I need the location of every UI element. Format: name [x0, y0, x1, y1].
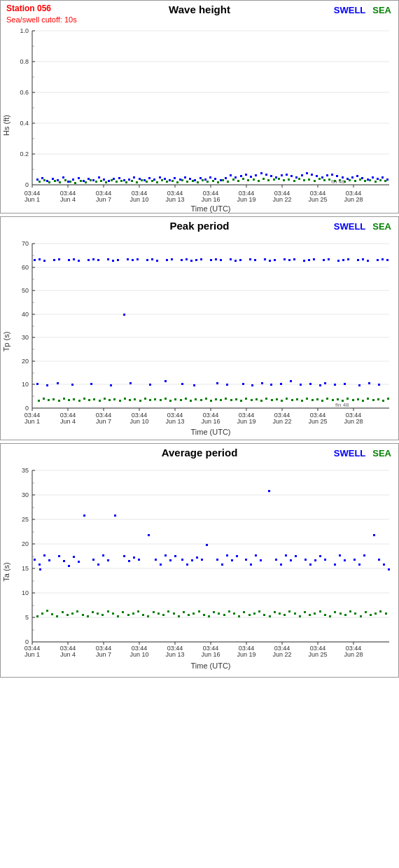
svg-rect-100: [270, 175, 272, 177]
svg-rect-394: [316, 398, 318, 400]
svg-rect-146: [151, 180, 153, 182]
svg-rect-300: [328, 258, 330, 260]
svg-text:20: 20: [22, 358, 29, 365]
svg-rect-543: [87, 615, 89, 617]
svg-rect-169: [267, 179, 270, 181]
svg-rect-352: [104, 398, 106, 400]
svg-rect-308: [382, 258, 384, 260]
svg-rect-348: [83, 398, 85, 400]
svg-rect-134: [90, 179, 92, 181]
svg-rect-503: [216, 559, 218, 561]
svg-rect-542: [82, 614, 84, 616]
svg-rect-474: [48, 559, 50, 561]
svg-text:25: 25: [22, 516, 29, 523]
svg-text:0: 0: [25, 181, 29, 188]
fin48-label-1: fin 48: [331, 178, 345, 185]
svg-rect-257: [43, 260, 46, 262]
svg-rect-340: [43, 398, 45, 400]
svg-rect-498: [186, 564, 188, 566]
svg-text:30: 30: [22, 334, 29, 341]
svg-rect-377: [230, 399, 232, 401]
svg-rect-388: [286, 398, 288, 400]
svg-rect-575: [248, 614, 251, 616]
chart2-title-area: Peak period SWELL SEA: [1, 217, 398, 233]
svg-rect-107: [306, 172, 308, 174]
svg-rect-527: [358, 564, 360, 566]
cutoff-label: Sea/swell cutoff: 10s: [6, 15, 77, 24]
avg-period-svg: Ta (s) 35 30 25 20 15 10 5 0: [1, 460, 399, 677]
sea-legend-2: SEA: [372, 221, 391, 232]
svg-rect-283: [215, 258, 217, 260]
svg-rect-101: [275, 176, 277, 178]
svg-rect-555: [147, 615, 149, 617]
svg-rect-347: [78, 400, 80, 402]
svg-rect-521: [319, 555, 321, 557]
svg-rect-512: [268, 490, 270, 492]
svg-rect-382: [255, 398, 258, 400]
svg-rect-514: [280, 564, 282, 566]
svg-rect-328: [290, 380, 292, 382]
svg-rect-106: [301, 174, 303, 176]
svg-rect-376: [225, 398, 227, 400]
x-axis-label-2: Time (UTC): [190, 428, 230, 436]
svg-rect-345: [68, 399, 70, 401]
svg-rect-544: [92, 611, 94, 613]
svg-rect-511: [260, 559, 262, 561]
svg-rect-478: [68, 565, 70, 567]
svg-rect-325: [261, 382, 263, 384]
svg-rect-499: [191, 559, 193, 561]
svg-rect-385: [271, 399, 273, 401]
svg-rect-279: [190, 260, 192, 262]
svg-rect-177: [308, 178, 310, 181]
svg-rect-174: [293, 180, 295, 182]
svg-text:Jun 4: Jun 4: [60, 651, 76, 658]
svg-rect-364: [164, 398, 167, 400]
svg-rect-397: [332, 399, 334, 401]
chart1-legend: SWELL SEA: [334, 5, 391, 15]
svg-rect-281: [200, 258, 202, 260]
svg-rect-489: [133, 556, 135, 559]
svg-rect-304: [357, 259, 359, 261]
y-axis-label-3: Ta (s): [2, 562, 10, 582]
svg-rect-549: [117, 615, 119, 617]
svg-rect-159: [217, 181, 219, 183]
svg-rect-317: [149, 384, 151, 386]
svg-rect-502: [206, 544, 208, 546]
svg-rect-533: [36, 615, 38, 617]
svg-rect-365: [169, 400, 172, 402]
svg-rect-353: [108, 399, 111, 401]
svg-rect-515: [285, 554, 287, 556]
svg-rect-170: [273, 178, 275, 181]
svg-rect-548: [112, 612, 114, 615]
svg-rect-370: [195, 398, 197, 400]
svg-rect-346: [73, 398, 75, 400]
svg-rect-531: [383, 564, 385, 566]
svg-text:Jun 22: Jun 22: [272, 418, 291, 425]
svg-rect-74: [139, 178, 141, 180]
svg-rect-322: [226, 384, 228, 386]
svg-rect-495: [169, 559, 172, 561]
svg-rect-309: [386, 259, 388, 261]
svg-rect-143: [136, 181, 138, 183]
svg-rect-366: [174, 398, 176, 400]
svg-rect-361: [149, 399, 151, 401]
svg-rect-87: [204, 178, 206, 181]
svg-rect-586: [304, 611, 306, 613]
svg-rect-82: [179, 178, 181, 181]
svg-rect-75: [144, 179, 146, 181]
svg-rect-330: [309, 383, 312, 385]
svg-rect-378: [235, 398, 237, 400]
svg-rect-160: [222, 179, 224, 181]
svg-rect-111: [326, 174, 328, 176]
svg-rect-68: [108, 180, 110, 182]
svg-text:Jun 10: Jun 10: [130, 651, 148, 658]
svg-text:0.4: 0.4: [20, 120, 29, 127]
svg-rect-547: [107, 610, 109, 612]
svg-rect-358: [134, 398, 136, 400]
svg-rect-178: [314, 180, 316, 182]
svg-rect-408: [387, 398, 389, 400]
svg-rect-288: [249, 258, 251, 260]
svg-rect-398: [337, 398, 339, 400]
svg-rect-121: [377, 178, 379, 180]
svg-rect-89: [214, 178, 216, 180]
